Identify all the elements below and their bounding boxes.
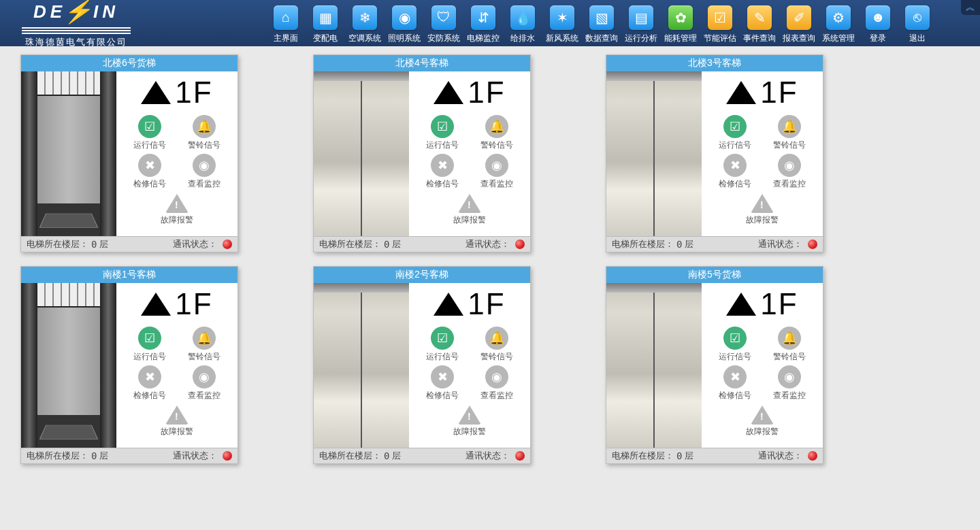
run-signal[interactable]: ☑ 运行信号 — [708, 115, 762, 151]
camera-icon: ◉ — [193, 365, 216, 388]
direction-up-icon — [434, 293, 463, 316]
alarm-signal[interactable]: 🔔 警铃信号 — [470, 327, 524, 363]
expand-toggle[interactable]: ︽ — [961, 0, 980, 15]
repair-signal[interactable]: ✖ 检修信号 — [122, 365, 177, 401]
direction-up-icon — [141, 293, 171, 316]
run-signal[interactable]: ☑ 运行信号 — [708, 327, 762, 363]
alarm-signal[interactable]: 🔔 警铃信号 — [177, 115, 231, 151]
fault-signal[interactable]: 故障报警 — [150, 404, 204, 437]
nav-energy[interactable]: ✿能耗管理 — [662, 3, 700, 44]
alarm-signal[interactable]: 🔔 警铃信号 — [762, 115, 817, 151]
nav-eval[interactable]: ☑节能评估 — [701, 3, 739, 44]
elevator-panel: 1F ☑ 运行信号 🔔 警铃信号 ✖ 检修信号 — [116, 71, 238, 236]
status-dot-icon — [515, 451, 525, 461]
comm-label: 通讯状态： — [466, 238, 510, 250]
nav-light[interactable]: ◉照明系统 — [385, 3, 423, 44]
analysis-icon: ▤ — [629, 5, 653, 30]
elevator-card: 北楼4号客梯 1F ☑ 运行信号 🔔 警铃信号 — [313, 54, 531, 252]
alarm-signal-label: 警铃信号 — [773, 351, 806, 363]
nav-shield[interactable]: 🛡安防系统 — [425, 3, 463, 44]
nav-event[interactable]: ✎事件查询 — [740, 3, 779, 44]
nav-analysis[interactable]: ▤运行分析 — [622, 3, 660, 44]
floor-label: 电梯所在楼层： — [27, 238, 88, 250]
repair-signal[interactable]: ✖ 检修信号 — [122, 154, 177, 190]
camera-icon: ◉ — [778, 365, 801, 388]
alarm-signal[interactable]: 🔔 警铃信号 — [177, 327, 231, 363]
fault-signal[interactable]: 故障报警 — [442, 404, 497, 437]
alarm-signal-label: 警铃信号 — [188, 351, 220, 363]
camera-signal[interactable]: ◉ 查看监控 — [762, 365, 817, 401]
elevator-title: 南楼5号货梯 — [606, 267, 823, 283]
run-signal[interactable]: ☑ 运行信号 — [415, 115, 470, 151]
nav-ac[interactable]: ❄空调系统 — [346, 3, 384, 44]
elevator-grid: 北楼6号货梯 1F ☑ 运行信号 🔔 警铃信号 — [0, 46, 980, 472]
nav-label: 电梯监控 — [467, 33, 500, 44]
nav-label: 系统管理 — [822, 33, 855, 44]
run-signal-label: 运行信号 — [133, 139, 166, 151]
floor-unit: 层 — [392, 450, 401, 462]
nav-report[interactable]: ✐报表查询 — [780, 3, 818, 44]
floor-unit: 层 — [99, 238, 108, 250]
camera-signal[interactable]: ◉ 查看监控 — [470, 154, 524, 190]
exit-icon: ⎋ — [905, 5, 930, 30]
alarm-signal[interactable]: 🔔 警铃信号 — [762, 327, 817, 363]
nav-login[interactable]: ☻登录 — [859, 3, 897, 44]
repair-signal[interactable]: ✖ 检修信号 — [415, 154, 470, 190]
bell-icon: 🔔 — [193, 327, 216, 350]
nav-exit[interactable]: ⎋退出 — [898, 3, 936, 44]
alarm-signal[interactable]: 🔔 警铃信号 — [470, 115, 524, 151]
camera-signal[interactable]: ◉ 查看监控 — [177, 154, 231, 190]
current-floor-value: 0 — [384, 239, 389, 250]
floor-label: 电梯所在楼层： — [612, 238, 674, 250]
current-floor-value: 0 — [91, 239, 97, 250]
fault-signal[interactable]: 故障报警 — [735, 404, 789, 437]
floor-number: 1F — [760, 287, 798, 321]
fault-signal[interactable]: 故障报警 — [735, 193, 789, 226]
fault-signal[interactable]: 故障报警 — [150, 193, 204, 226]
alarm-signal-label: 警铃信号 — [188, 139, 220, 151]
elevator-footer: 电梯所在楼层： 0 层 通讯状态： — [606, 236, 823, 252]
run-signal[interactable]: ☑ 运行信号 — [122, 327, 177, 363]
warning-icon — [458, 405, 481, 425]
elevator-door-closed — [314, 283, 409, 448]
nav-home[interactable]: ⌂主界面 — [267, 3, 305, 44]
run-signal[interactable]: ☑ 运行信号 — [415, 327, 470, 363]
nav-fan[interactable]: ✶新风系统 — [543, 3, 581, 44]
floor-display: 1F — [726, 76, 798, 110]
repair-signal[interactable]: ✖ 检修信号 — [708, 365, 762, 401]
floor-display: 1F — [726, 287, 798, 321]
nav-elevator[interactable]: ⇵电梯监控 — [464, 3, 502, 44]
repair-signal-label: 检修信号 — [133, 178, 166, 190]
fault-signal[interactable]: 故障报警 — [442, 193, 497, 226]
camera-signal[interactable]: ◉ 查看监控 — [762, 154, 817, 190]
data-icon: ▧ — [589, 5, 614, 30]
elevator-title: 北楼4号客梯 — [314, 55, 530, 71]
repair-signal-label: 检修信号 — [719, 178, 751, 190]
warning-icon — [165, 194, 189, 213]
fan-icon: ✶ — [550, 5, 574, 30]
elevator-title: 南楼2号客梯 — [314, 267, 530, 283]
camera-signal[interactable]: ◉ 查看监控 — [470, 365, 524, 401]
elevator-footer: 电梯所在楼层： 0 层 通讯状态： — [314, 236, 530, 252]
camera-signal-label: 查看监控 — [188, 390, 220, 401]
run-signal-label: 运行信号 — [426, 139, 459, 151]
nav-label: 空调系统 — [348, 33, 381, 44]
wrench-icon: ✖ — [431, 365, 454, 388]
repair-signal[interactable]: ✖ 检修信号 — [415, 365, 470, 401]
repair-signal[interactable]: ✖ 检修信号 — [708, 154, 762, 190]
elevator-image — [21, 71, 116, 236]
nav-label: 主界面 — [274, 33, 298, 44]
nav-water[interactable]: 💧给排水 — [504, 3, 542, 44]
nav-power[interactable]: ▦变配电 — [306, 3, 344, 44]
direction-up-icon — [726, 81, 756, 104]
run-signal[interactable]: ☑ 运行信号 — [122, 115, 177, 151]
home-icon: ⌂ — [274, 5, 298, 30]
nav-data[interactable]: ▧数据查询 — [583, 3, 621, 44]
bell-icon: 🔔 — [485, 115, 508, 138]
camera-signal[interactable]: ◉ 查看监控 — [177, 365, 231, 401]
floor-unit: 层 — [685, 238, 693, 250]
elevator-image — [314, 283, 409, 448]
nav-settings[interactable]: ⚙系统管理 — [819, 3, 858, 44]
elevator-panel: 1F ☑ 运行信号 🔔 警铃信号 ✖ 检修信号 — [409, 283, 530, 448]
status-dot-icon — [808, 451, 817, 461]
